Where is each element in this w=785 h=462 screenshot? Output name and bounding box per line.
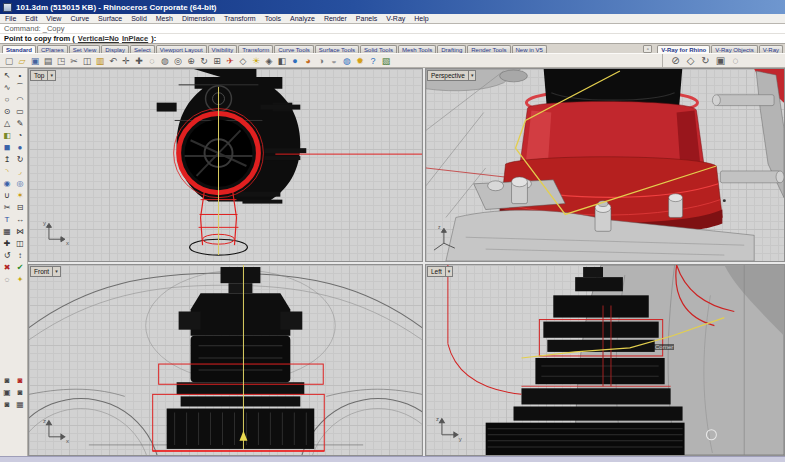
menu-file[interactable]: File — [5, 15, 16, 22]
sidebar-vray-physical-camera[interactable]: ◙ — [1, 375, 13, 386]
toolbar-print[interactable]: ▤ — [42, 55, 54, 67]
sidebar-split[interactable]: ⊟ — [14, 202, 26, 213]
sidebar-vray-light-red[interactable]: ◙ — [14, 375, 26, 386]
tab-v-ray-for-rhino[interactable]: V-Ray for Rhino — [657, 45, 710, 53]
toolbar-export[interactable]: ◳ — [55, 55, 67, 67]
tab-visibility[interactable]: Visibility — [208, 45, 238, 53]
front-view-canvas[interactable]: z x — [29, 265, 422, 455]
prompt-option-inplace[interactable]: InPlace — [122, 34, 148, 43]
toolbar-vray-refresh[interactable]: ↻ — [699, 54, 712, 67]
sidebar-scale[interactable]: ↕ — [14, 250, 26, 261]
tab-curve-tools[interactable]: Curve Tools — [274, 45, 314, 53]
tab-standard[interactable]: Standard — [2, 45, 36, 53]
sidebar-vray-rect-light[interactable]: ▣ — [1, 387, 13, 398]
top-view-canvas[interactable]: y x — [29, 69, 422, 261]
viewport-top-title[interactable]: Top ▾ — [30, 70, 56, 81]
toolbar-visibility-lamp[interactable]: ☀ — [250, 55, 262, 67]
toolbar-vray-material-editor[interactable]: ◇ — [684, 54, 697, 67]
menu-tools[interactable]: Tools — [265, 15, 281, 22]
sidebar-ellipse[interactable]: ⊙ — [1, 106, 13, 117]
toolbar-help[interactable]: ? — [367, 55, 379, 67]
viewport-menu-arrow-icon[interactable]: ▾ — [445, 267, 453, 276]
tab-set-view[interactable]: Set View — [69, 45, 101, 53]
prompt-option-vertical[interactable]: Vertical=No — [78, 34, 119, 43]
menu-solid[interactable]: Solid — [131, 15, 147, 22]
toolbar-paste[interactable]: ▥ — [94, 55, 106, 67]
menu-v-ray[interactable]: V-Ray — [386, 15, 405, 22]
sidebar-mirror[interactable]: ⋈ — [14, 226, 26, 237]
menu-mesh[interactable]: Mesh — [156, 15, 173, 22]
toolbar-cut[interactable]: ✂ — [68, 55, 80, 67]
sidebar-fillet[interactable]: ◝ — [1, 166, 13, 177]
viewport-top[interactable]: Top ▾ — [28, 68, 423, 262]
menu-analyze[interactable]: Analyze — [290, 15, 315, 22]
sidebar-box[interactable]: ◼ — [1, 142, 13, 153]
toolbar-pan[interactable]: ✛ — [120, 55, 132, 67]
toolbar-viewport-layout[interactable]: ⊞ — [211, 55, 223, 67]
viewport-left-title[interactable]: Left ▾ — [427, 266, 453, 277]
sidebar-vray-infinite-plane[interactable]: ▦ — [14, 399, 26, 410]
sidebar-explode[interactable]: ✶ — [14, 190, 26, 201]
sidebar-chamfer[interactable]: ◞ — [14, 166, 26, 177]
sidebar-circle[interactable]: ○ — [1, 94, 13, 105]
menu-panels[interactable]: Panels — [356, 15, 377, 22]
toolbar-vray-disable[interactable]: ⊘ — [669, 54, 682, 67]
sidebar-select[interactable]: ↖ — [1, 70, 13, 81]
sidebar-lamp[interactable]: ✦ — [14, 274, 26, 285]
sidebar-sphere[interactable]: ● — [14, 142, 26, 153]
sidebar-text[interactable]: T — [1, 214, 13, 225]
sidebar-boolean-difference[interactable]: ◎ — [14, 178, 26, 189]
menu-dimension[interactable]: Dimension — [182, 15, 215, 22]
toolbar-undo[interactable]: ↶ — [107, 55, 119, 67]
sidebar-surface[interactable]: ◧ — [1, 130, 13, 141]
tab-v-ray[interactable]: V-Ray — [759, 45, 783, 53]
toolbar-grab-image[interactable]: ▧ — [380, 55, 392, 67]
toolbar-rotate-view[interactable]: ↻ — [198, 55, 210, 67]
sidebar-curve[interactable]: ∿ — [1, 82, 13, 93]
toolbar-ghosted-view[interactable]: ◒ — [328, 55, 340, 67]
tab-viewport-layout[interactable]: Viewport Layout — [156, 45, 207, 53]
toolbar-layer-panel[interactable]: ◧ — [276, 55, 288, 67]
viewport-perspective[interactable]: Perspective ▾ — [425, 68, 785, 262]
toolbar-zoom-window[interactable]: ◍ — [159, 55, 171, 67]
viewport-menu-arrow-icon[interactable]: ▾ — [468, 71, 476, 80]
toolbar-copy[interactable]: ◫ — [81, 55, 93, 67]
toolbar-shaded-view[interactable]: ◑ — [315, 55, 327, 67]
tab-surface-tools[interactable]: Surface Tools — [315, 45, 359, 53]
tab-new-in-v5[interactable]: New in V5 — [512, 45, 547, 53]
tab-options-button[interactable]: ▫ — [643, 45, 652, 53]
sidebar-rotate[interactable]: ↺ — [1, 250, 13, 261]
sidebar-point[interactable]: • — [14, 70, 26, 81]
sidebar-boolean-union[interactable]: ◉ — [1, 178, 13, 189]
toolbar-render[interactable]: ● — [289, 55, 301, 67]
toolbar-cplane[interactable]: ✈ — [224, 55, 236, 67]
sidebar-polygon[interactable]: △ — [1, 118, 13, 129]
menu-edit[interactable]: Edit — [25, 15, 37, 22]
toolbar-sun[interactable]: ✹ — [354, 55, 366, 67]
command-prompt[interactable]: Point to copy from ( Vertical=No InPlace… — [0, 34, 785, 44]
sidebar-trim[interactable]: ✂ — [1, 202, 13, 213]
sidebar-rectangle[interactable]: ▭ — [14, 106, 26, 117]
menu-help[interactable]: Help — [414, 15, 428, 22]
toolbar-zoom-selected[interactable]: ◎ — [172, 55, 184, 67]
sidebar-delete[interactable]: ✖ — [1, 262, 13, 273]
viewport-front-title[interactable]: Front ▾ — [30, 266, 61, 277]
sidebar-array[interactable]: ▦ — [1, 226, 13, 237]
toolbar-zoom-dynamic[interactable]: ◌ — [146, 55, 158, 67]
sidebar-join[interactable]: ∪ — [1, 190, 13, 201]
viewport-left[interactable]: Left ▾ Corner — [425, 264, 785, 456]
toolbar-named-view[interactable]: ◇ — [237, 55, 249, 67]
sidebar-dimension[interactable]: ↔ — [14, 214, 26, 225]
toolbar-earth[interactable]: ◍ — [341, 55, 353, 67]
menu-render[interactable]: Render — [324, 15, 347, 22]
sidebar-move[interactable]: ✚ — [1, 238, 13, 249]
tab-display[interactable]: Display — [101, 45, 129, 53]
tab-transform[interactable]: Transform — [238, 45, 273, 53]
toolbar-new-file[interactable]: ▢ — [3, 55, 15, 67]
tab-render-tools[interactable]: Render Tools — [467, 45, 510, 53]
toolbar-move[interactable]: ✚ — [133, 55, 145, 67]
toolbar-vray-region-render[interactable]: ◌ — [729, 54, 742, 67]
tab-drafting[interactable]: Drafting — [437, 45, 466, 53]
toolbar-lock[interactable]: ◈ — [263, 55, 275, 67]
title-bar[interactable]: 101.3dm (515015 KB) - Rhinoceros Corpora… — [0, 0, 785, 14]
